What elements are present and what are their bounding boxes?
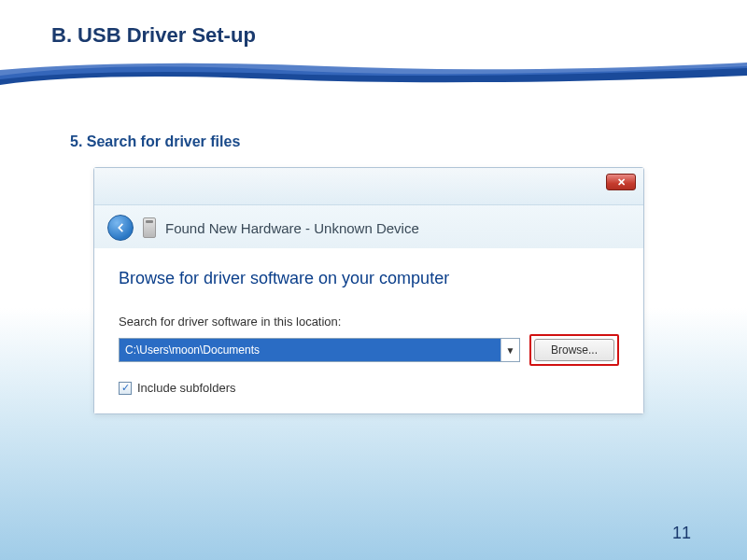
- include-subfolders-label: Include subfolders: [137, 381, 236, 395]
- device-icon: [143, 217, 156, 238]
- location-label: Search for driver software in this locat…: [119, 315, 619, 329]
- dialog-titlebar: ✕: [94, 168, 643, 205]
- decorative-wave: [0, 59, 747, 87]
- dialog-body: Browse for driver software on your compu…: [94, 248, 643, 413]
- browse-button[interactable]: Browse...: [534, 339, 614, 361]
- dialog-header-text: Found New Hardware - Unknown Device: [165, 220, 419, 236]
- check-icon: ✓: [121, 382, 130, 394]
- browse-highlight: Browse...: [529, 334, 619, 366]
- back-button[interactable]: [107, 215, 134, 241]
- close-icon: ✕: [617, 176, 626, 189]
- close-button[interactable]: ✕: [606, 174, 636, 190]
- page-number: 11: [672, 524, 691, 543]
- dialog-screenshot: ✕ Found New Hardware - Unknown Device Br…: [93, 167, 654, 414]
- include-subfolders-row: ✓ Include subfolders: [119, 381, 619, 395]
- dialog-body-heading: Browse for driver software on your compu…: [119, 269, 619, 288]
- path-row: C:\Users\moon\Documents ▼ Browse...: [119, 334, 619, 366]
- hardware-dialog: ✕ Found New Hardware - Unknown Device Br…: [93, 167, 644, 414]
- dialog-header: Found New Hardware - Unknown Device: [94, 205, 643, 248]
- step-heading: 5. Search for driver files: [0, 87, 747, 150]
- location-value: C:\Users\moon\Documents: [120, 339, 500, 361]
- include-subfolders-checkbox[interactable]: ✓: [119, 382, 132, 395]
- chevron-down-icon[interactable]: ▼: [500, 339, 519, 361]
- location-combobox[interactable]: C:\Users\moon\Documents ▼: [119, 338, 520, 362]
- arrow-left-icon: [114, 221, 127, 234]
- slide-title: B. USB Driver Set-up: [0, 0, 747, 48]
